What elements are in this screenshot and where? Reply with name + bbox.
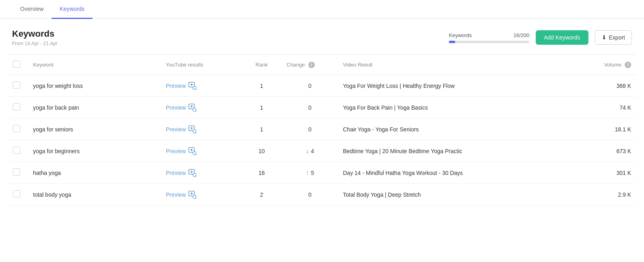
header-change: Change i — [282, 55, 338, 75]
row-video-result: Chair Yoga - Yoga For Seniors — [338, 119, 596, 140]
date-range: From 14.Apr - 21.Apr — [12, 41, 58, 46]
arrow-down-icon: ↓ — [306, 148, 309, 155]
row-keyword: total body yoga — [28, 184, 161, 206]
table-body: yoga for weight loss Preview 10Yoga For … — [8, 75, 636, 206]
row-checkbox[interactable] — [13, 147, 20, 154]
row-rank: 16 — [242, 162, 282, 184]
row-youtube-results: Preview — [161, 184, 242, 206]
row-youtube-results: Preview — [161, 140, 242, 162]
row-checkbox[interactable] — [13, 103, 20, 110]
svg-line-11 — [196, 133, 196, 133]
svg-line-19 — [196, 176, 196, 177]
change-value: 0 — [308, 126, 312, 133]
preview-label: Preview — [166, 148, 186, 154]
preview-link[interactable]: Preview — [166, 82, 196, 90]
keywords-table: Keyword YouTube results Rank Change i Vi… — [8, 54, 636, 206]
row-rank: 2 — [242, 184, 282, 206]
arrow-up-icon: ↑ — [306, 169, 309, 177]
row-checkbox[interactable] — [13, 81, 20, 89]
volume-info-icon[interactable]: i — [625, 62, 631, 68]
row-youtube-results: Preview — [161, 162, 242, 184]
svg-line-15 — [196, 154, 196, 155]
row-rank: 10 — [242, 140, 282, 162]
preview-link[interactable]: Preview — [166, 169, 196, 177]
change-value: 4 — [311, 148, 314, 154]
row-volume: 673 K — [596, 140, 636, 162]
svg-line-23 — [196, 198, 196, 199]
keywords-counter: Keywords 16/200 — [449, 32, 529, 43]
row-keyword: yoga for back pain — [28, 97, 161, 119]
row-keyword: hatha yoga — [28, 162, 161, 184]
row-change: 0 — [282, 184, 338, 206]
table-row: yoga for seniors Preview 10Chair Yoga - … — [8, 119, 636, 140]
svg-line-3 — [196, 89, 196, 90]
row-rank: 1 — [242, 75, 282, 97]
svg-line-7 — [196, 111, 196, 112]
header-video-result: Video Result — [338, 55, 596, 75]
preview-link[interactable]: Preview — [166, 147, 196, 155]
svg-point-6 — [193, 108, 196, 111]
row-keyword: yoga for weight loss — [28, 75, 161, 97]
row-youtube-results: Preview — [161, 75, 242, 97]
export-label: Export — [609, 34, 625, 41]
preview-icon — [188, 191, 196, 199]
tab-overview[interactable]: Overview — [12, 0, 52, 19]
tabs-bar: Overview Keywords — [0, 0, 644, 19]
preview-icon — [188, 82, 196, 90]
change-value: 0 — [308, 83, 312, 89]
row-video-result: Total Body Yoga | Deep Stretch — [338, 184, 596, 206]
keywords-counter-row: Keywords 16/200 — [449, 32, 529, 38]
header-checkbox[interactable] — [13, 60, 20, 68]
svg-point-22 — [193, 195, 196, 198]
row-change: ↑5 — [282, 162, 338, 184]
header-keyword: Keyword — [28, 55, 161, 75]
row-youtube-results: Preview — [161, 119, 242, 140]
row-rank: 1 — [242, 97, 282, 119]
change-info-icon[interactable]: i — [308, 62, 315, 68]
row-volume: 74 K — [596, 97, 636, 119]
add-keywords-button[interactable]: Add Keywords — [536, 30, 588, 45]
preview-icon — [188, 125, 196, 133]
header-checkbox-cell — [8, 55, 28, 75]
row-checkbox[interactable] — [13, 125, 20, 132]
tab-keywords[interactable]: Keywords — [52, 0, 92, 19]
svg-point-14 — [193, 152, 196, 155]
page-title-section: Keywords From 14.Apr - 21.Apr — [12, 29, 58, 46]
tab-overview-label: Overview — [20, 6, 43, 12]
preview-icon — [188, 104, 196, 112]
preview-label: Preview — [166, 191, 186, 198]
export-button[interactable]: ⬇ Export — [595, 30, 632, 45]
row-checkbox[interactable] — [13, 190, 20, 198]
preview-label: Preview — [166, 104, 186, 111]
preview-label: Preview — [166, 83, 186, 89]
keywords-counter-value: 16/200 — [513, 32, 529, 38]
row-youtube-results: Preview — [161, 97, 242, 119]
keywords-progress-bar — [449, 41, 529, 43]
row-change: ↓4 — [282, 140, 338, 162]
svg-point-18 — [193, 173, 196, 177]
preview-link[interactable]: Preview — [166, 125, 196, 133]
table-header-row: Keyword YouTube results Rank Change i Vi… — [8, 55, 636, 75]
row-video-result: Bedtime Yoga | 20 Minute Bedtime Yoga Pr… — [338, 140, 596, 162]
row-checkbox[interactable] — [13, 168, 20, 176]
row-volume: 368 K — [596, 75, 636, 97]
preview-icon — [188, 147, 196, 155]
change-value: 0 — [308, 191, 312, 198]
preview-label: Preview — [166, 126, 186, 133]
export-icon: ⬇ — [602, 34, 607, 41]
row-volume: 18.1 K — [596, 119, 636, 140]
row-change: 0 — [282, 97, 338, 119]
preview-link[interactable]: Preview — [166, 191, 196, 199]
svg-point-10 — [193, 130, 196, 133]
change-value: 5 — [311, 170, 314, 176]
row-volume: 2.9 K — [596, 184, 636, 206]
row-video-result: Day 14 - Mindful Hatha Yoga Workout - 30… — [338, 162, 596, 184]
row-rank: 1 — [242, 119, 282, 140]
table-row: total body yoga Preview 20Total Body Yog… — [8, 184, 636, 206]
table-row: yoga for weight loss Preview 10Yoga For … — [8, 75, 636, 97]
row-keyword: yoga for beginners — [28, 140, 161, 162]
row-video-result: Yoga For Weight Loss | Healthy Energy Fl… — [338, 75, 596, 97]
preview-link[interactable]: Preview — [166, 104, 196, 112]
table-row: hatha yoga Preview 16↑5Day 14 - Mindful … — [8, 162, 636, 184]
header-youtube-results: YouTube results — [161, 55, 242, 75]
